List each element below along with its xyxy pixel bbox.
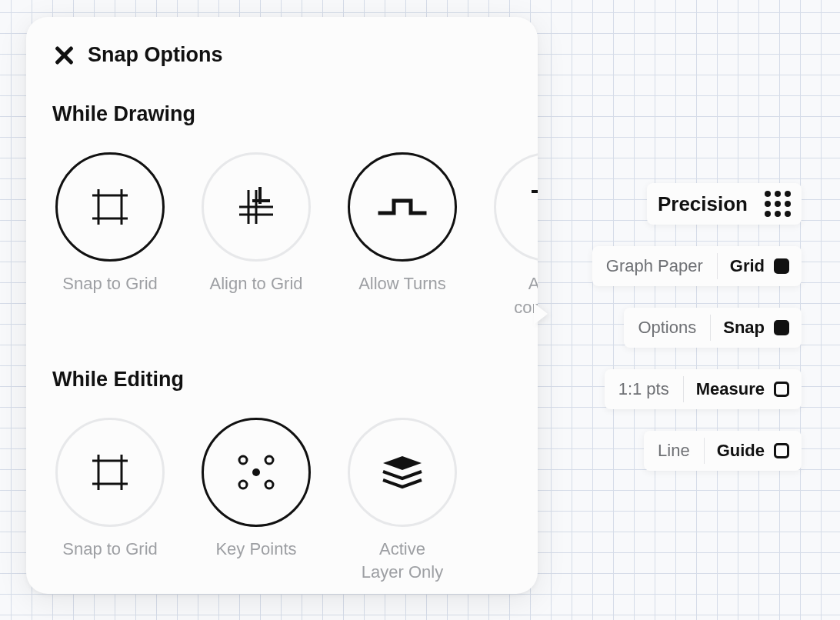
svg-point-18 (239, 456, 247, 464)
option-circle (55, 152, 165, 262)
grid-toggle[interactable]: Grid (718, 256, 802, 276)
checkbox-filled-icon (774, 320, 789, 335)
option-align-to-grid[interactable]: Align to Grid (198, 152, 314, 320)
drawing-options-row: Snap to Grid Align to Grid (52, 152, 538, 320)
option-label: Snap to Grid (62, 538, 158, 562)
precision-title: Precision (658, 192, 748, 216)
snap-to-grid-icon (87, 184, 133, 230)
popover-pointer (534, 303, 548, 325)
option-label: Allow Turns (358, 272, 446, 296)
sidebar-item-guide: Line Guide (644, 431, 802, 471)
sidebar-hint: Options (624, 318, 710, 338)
option-key-points[interactable]: Key Points (198, 418, 314, 585)
option-label: Active Layer Only (362, 538, 443, 585)
grid-handle-icon[interactable] (765, 191, 791, 217)
layers-icon (377, 453, 428, 492)
snap-toggle[interactable]: Snap (711, 318, 802, 338)
option-snap-to-grid-drawing[interactable]: Snap to Grid (52, 152, 168, 320)
option-circle (348, 418, 457, 527)
action-label: Snap (723, 318, 765, 338)
measure-toggle[interactable]: Measure (684, 379, 802, 399)
svg-point-19 (265, 456, 273, 464)
close-icon[interactable] (52, 45, 74, 66)
guide-toggle[interactable]: Guide (705, 441, 802, 461)
sidebar-item-snap: Options Snap (624, 308, 802, 348)
option-circle (494, 152, 538, 262)
sidebar-hint: 1:1 pts (605, 379, 683, 399)
option-label: Key Points (215, 538, 296, 562)
key-points-icon (229, 449, 283, 495)
checkbox-filled-icon (774, 258, 789, 274)
svg-point-22 (252, 468, 260, 476)
align-to-grid-icon (233, 184, 279, 230)
sidebar-item-measure: 1:1 pts Measure (605, 369, 802, 409)
editing-options-row: Snap to Grid Key Points (52, 418, 538, 585)
option-circle (348, 152, 457, 262)
option-circle (55, 418, 165, 527)
sidebar-hint: Graph Paper (592, 256, 717, 276)
option-auto-complete[interactable]: Auto- complete (491, 152, 538, 320)
section-title-drawing: While Drawing (52, 102, 512, 126)
option-snap-to-grid-editing[interactable]: Snap to Grid (52, 418, 168, 585)
auto-complete-icon (525, 184, 538, 230)
panel-title: Snap Options (88, 43, 223, 67)
svg-marker-23 (383, 456, 422, 470)
section-title-editing: While Editing (52, 368, 512, 392)
sidebar-item-grid: Graph Paper Grid (592, 246, 802, 286)
option-circle (202, 152, 311, 262)
sidebar-hint: Line (644, 441, 704, 461)
option-label: Align to Grid (209, 272, 302, 296)
option-circle (202, 418, 311, 527)
checkbox-empty-icon (774, 443, 789, 458)
svg-point-21 (265, 481, 273, 488)
option-label: Snap to Grid (62, 272, 158, 296)
snap-options-popover: Snap Options While Drawing Snap to Grid (26, 17, 538, 594)
action-label: Measure (696, 379, 765, 399)
checkbox-empty-icon (774, 382, 789, 397)
option-allow-turns[interactable]: Allow Turns (345, 152, 460, 320)
precision-sidebar: Precision Graph Paper Grid Options Snap … (592, 183, 802, 471)
action-label: Grid (730, 256, 765, 276)
svg-point-20 (239, 481, 247, 488)
allow-turns-icon (375, 192, 429, 222)
option-active-layer-only[interactable]: Active Layer Only (345, 418, 460, 585)
action-label: Guide (717, 441, 765, 461)
precision-header[interactable]: Precision (647, 183, 802, 225)
snap-to-grid-icon (87, 449, 133, 495)
